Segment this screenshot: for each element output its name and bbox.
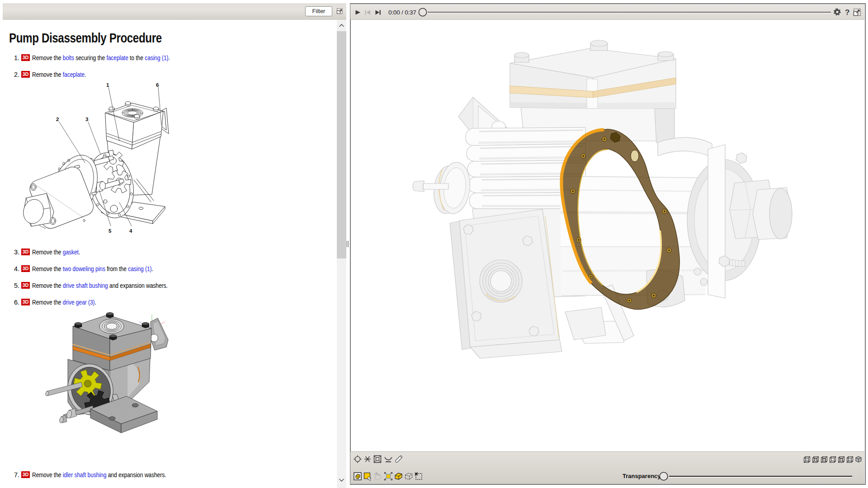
- svg-text:5: 5: [108, 228, 112, 234]
- svg-text:4: 4: [129, 228, 132, 234]
- svg-text:2: 2: [56, 117, 59, 122]
- svg-text:1: 1: [106, 82, 109, 88]
- svg-text:3: 3: [85, 117, 88, 122]
- svg-text:6: 6: [156, 82, 159, 88]
- svg-text:?: ?: [845, 8, 849, 17]
